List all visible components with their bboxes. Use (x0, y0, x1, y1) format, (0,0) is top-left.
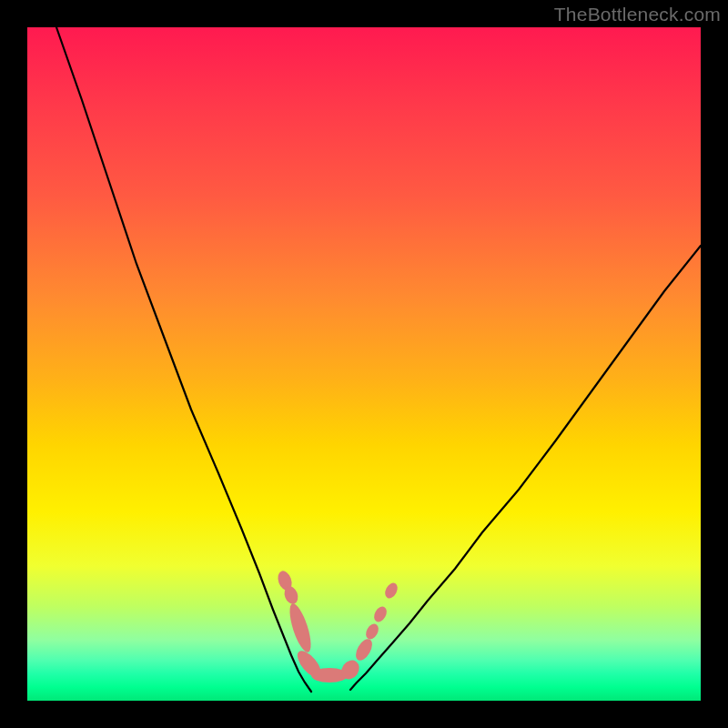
blobs-group (276, 569, 400, 682)
blob-8 (371, 604, 389, 624)
plot-area (27, 27, 701, 701)
watermark-text: TheBottleneck.com (554, 4, 721, 25)
blob-2 (286, 602, 316, 654)
curve-right (350, 246, 701, 690)
blob-9 (382, 581, 399, 601)
curves-svg (27, 27, 701, 701)
chart-frame: TheBottleneck.com (0, 0, 728, 728)
curve-left (56, 27, 311, 692)
blob-6 (352, 636, 375, 663)
blob-7 (363, 622, 380, 642)
